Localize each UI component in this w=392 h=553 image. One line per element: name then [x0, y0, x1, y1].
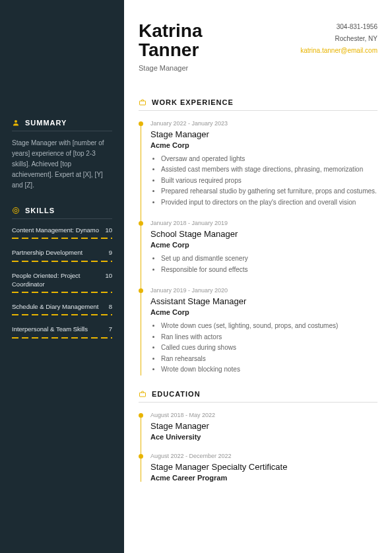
skill-bar	[12, 238, 112, 239]
summary-heading-text: SUMMARY	[25, 119, 67, 127]
bullet: Ran lines with actors	[161, 332, 377, 343]
work-heading: WORK EXPERIENCE	[139, 98, 377, 111]
entry-school: Acme Career Program	[150, 474, 377, 482]
bullet: Called cues during shows	[161, 342, 377, 354]
bullet: Built various required props	[161, 176, 377, 187]
bullet: Wrote down cues (set, lighting, sound, p…	[161, 321, 377, 332]
entry-title: Stage Manager Specialty Certificate	[150, 462, 377, 472]
work-entry: January 2018 - January 2019School Stage …	[150, 220, 377, 275]
bullet: Prepared rehearsal studio by gathering s…	[161, 186, 377, 197]
entry-bullets: Wrote down cues (set, lighting, sound, p…	[150, 321, 377, 375]
skill-bar	[12, 292, 112, 293]
education-heading: EDUCATION	[139, 390, 377, 403]
entry-title: Stage Manager	[150, 421, 377, 431]
skill-name: Interpersonal & Team Skills	[12, 325, 88, 333]
bullet: Provided input to directors on the play'…	[161, 197, 377, 209]
svg-rect-4	[140, 393, 146, 397]
bullet: Responsible for sound effects	[161, 265, 377, 276]
contact-block: 304-831-1956 Rochester, NY katrina.tanne…	[300, 21, 377, 72]
bullet: Ran rehearsals	[161, 354, 377, 365]
entry-company: Acme Corp	[150, 141, 377, 149]
entry-school: Ace University	[150, 433, 377, 441]
skill-name: Content Management: Dynamo	[12, 226, 99, 234]
education-heading-text: EDUCATION	[152, 390, 201, 398]
entry-dates: January 2022 - January 2023	[150, 120, 377, 127]
entry-dates: August 2022 - December 2022	[150, 453, 377, 459]
skills-heading-text: SKILLS	[25, 207, 55, 214]
entry-dates: January 2018 - January 2019	[150, 220, 377, 226]
email: katrina.tanner@email.com	[300, 45, 377, 57]
person-icon	[12, 119, 20, 127]
phone: 304-831-1956	[300, 21, 377, 33]
work-heading-text: WORK EXPERIENCE	[152, 98, 234, 106]
skill-item: Interpersonal & Team Skills7	[12, 325, 112, 338]
entry-dates: January 2019 - January 2020	[150, 287, 377, 294]
bullet: Set up and dismantle scenery	[161, 253, 377, 265]
location: Rochester, NY	[300, 33, 377, 45]
entry-bullets: Set up and dismantle sceneryResponsible …	[150, 253, 377, 275]
entry-title: Assistant Stage Manager	[150, 296, 377, 306]
skill-item: Schedule & Diary Management8	[12, 302, 112, 315]
entry-bullets: Oversaw and operated lightsAssisted cast…	[150, 154, 377, 209]
skill-score: 8	[109, 302, 112, 311]
svg-point-1	[13, 208, 19, 214]
target-icon	[12, 207, 20, 214]
briefcase-icon	[139, 98, 147, 106]
bullet: Wrote down blocking notes	[161, 364, 377, 375]
sidebar: SUMMARY Stage Manager with [number of ye…	[0, 0, 124, 553]
skill-bar	[12, 261, 112, 262]
work-timeline: January 2022 - January 2023Stage Manager…	[139, 120, 377, 375]
work-entry: January 2022 - January 2023Stage Manager…	[150, 120, 377, 209]
skill-bar	[12, 314, 112, 315]
svg-rect-3	[140, 101, 146, 105]
skill-score: 9	[109, 248, 112, 257]
main: KatrinaTanner Stage Manager 304-831-1956…	[124, 0, 392, 553]
work-entry: January 2019 - January 2020Assistant Sta…	[150, 287, 377, 375]
svg-point-0	[15, 120, 17, 123]
svg-point-2	[15, 209, 17, 212]
entry-company: Acme Corp	[150, 241, 377, 249]
skill-item: Content Management: Dynamo10	[12, 226, 112, 239]
skill-score: 7	[109, 325, 112, 333]
education-entry: August 2018 - May 2022Stage ManagerAce U…	[150, 412, 377, 441]
skills-heading: SKILLS	[12, 207, 112, 219]
skill-name: People Oriented: Project Coordinator	[12, 271, 104, 289]
skill-item: People Oriented: Project Coordinator10	[12, 271, 112, 294]
skills-list: Content Management: Dynamo10Partnership …	[12, 226, 112, 339]
bullet: Assisted cast members with stage directi…	[161, 164, 377, 176]
skill-item: Partnership Development9	[12, 248, 112, 261]
education-timeline: August 2018 - May 2022Stage ManagerAce U…	[139, 412, 377, 482]
entry-dates: August 2018 - May 2022	[150, 412, 377, 418]
header: KatrinaTanner Stage Manager 304-831-1956…	[139, 21, 377, 72]
skill-bar	[12, 337, 112, 339]
skill-name: Schedule & Diary Management	[12, 302, 99, 311]
skill-score: 10	[105, 271, 112, 289]
entry-title: School Stage Manager	[150, 229, 377, 239]
name-block: KatrinaTanner Stage Manager	[139, 21, 202, 72]
name: KatrinaTanner	[139, 21, 202, 60]
briefcase-icon	[139, 390, 147, 398]
entry-title: Stage Manager	[150, 129, 377, 139]
skill-name: Partnership Development	[12, 248, 82, 257]
bullet: Oversaw and operated lights	[161, 154, 377, 165]
summary-text: Stage Manager with [number of years] exp…	[12, 138, 112, 191]
education-entry: August 2022 - December 2022Stage Manager…	[150, 453, 377, 482]
skill-score: 10	[105, 226, 112, 234]
role: Stage Manager	[139, 64, 202, 72]
summary-heading: SUMMARY	[12, 119, 112, 131]
entry-company: Acme Corp	[150, 308, 377, 316]
